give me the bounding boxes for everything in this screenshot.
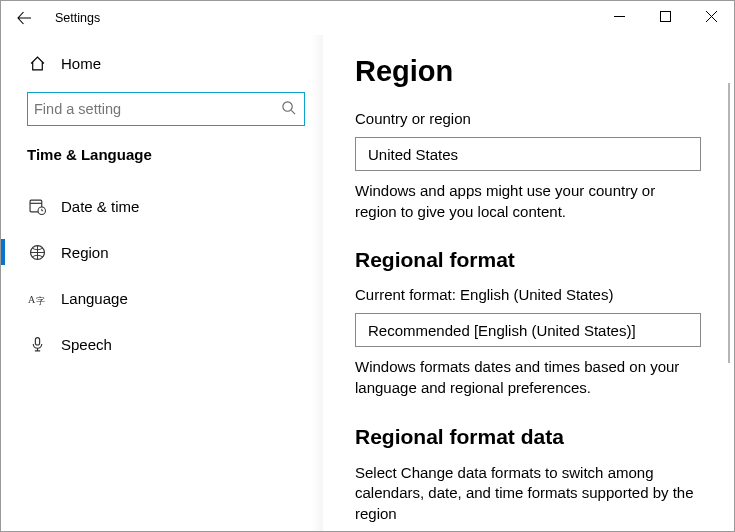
format-data-description: Select Change data formats to switch amo… <box>355 463 700 525</box>
svg-point-1 <box>283 101 292 110</box>
svg-text:A: A <box>28 293 36 304</box>
language-icon: A字 <box>27 290 47 307</box>
svg-rect-0 <box>660 11 670 21</box>
home-label: Home <box>61 55 101 72</box>
nav-item-label: Region <box>61 244 109 261</box>
sidebar: Home Time & Language Date & time Region … <box>1 35 323 531</box>
format-select[interactable]: Recommended [English (United States)] <box>355 313 701 347</box>
calendar-clock-icon <box>27 198 47 215</box>
nav-item-region[interactable]: Region <box>1 229 323 275</box>
country-description: Windows and apps might use your country … <box>355 181 700 222</box>
microphone-icon <box>27 336 47 353</box>
home-nav[interactable]: Home <box>1 45 323 82</box>
nav-item-label: Speech <box>61 336 112 353</box>
format-value: Recommended [English (United States)] <box>368 322 636 339</box>
nav-item-speech[interactable]: Speech <box>1 321 323 367</box>
minimize-button[interactable] <box>596 1 642 31</box>
svg-rect-7 <box>35 337 39 344</box>
main-content: Region Country or region United States W… <box>323 35 734 531</box>
category-header: Time & Language <box>1 146 323 183</box>
country-label: Country or region <box>355 110 716 127</box>
country-select[interactable]: United States <box>355 137 701 171</box>
maximize-icon <box>660 11 671 22</box>
nav-item-label: Language <box>61 290 128 307</box>
scrollbar[interactable] <box>728 83 730 363</box>
current-format-label: Current format: English (United States) <box>355 286 716 303</box>
search-icon <box>281 100 296 119</box>
format-description: Windows formats dates and times based on… <box>355 357 700 398</box>
globe-icon <box>27 244 47 261</box>
minimize-icon <box>614 11 625 22</box>
window-controls <box>596 1 734 31</box>
regional-format-heading: Regional format <box>355 248 716 272</box>
close-icon <box>706 11 717 22</box>
window-title: Settings <box>55 11 100 25</box>
search-box[interactable] <box>27 92 305 126</box>
nav-item-label: Date & time <box>61 198 139 215</box>
svg-text:字: 字 <box>36 295 45 305</box>
regional-format-data-heading: Regional format data <box>355 425 716 449</box>
titlebar: Settings <box>1 1 734 35</box>
nav-item-language[interactable]: A字 Language <box>1 275 323 321</box>
maximize-button[interactable] <box>642 1 688 31</box>
nav-item-date-time[interactable]: Date & time <box>1 183 323 229</box>
back-button[interactable] <box>1 1 47 35</box>
home-icon <box>27 55 47 72</box>
close-button[interactable] <box>688 1 734 31</box>
search-input[interactable] <box>34 101 281 117</box>
page-title: Region <box>355 55 716 88</box>
arrow-left-icon <box>16 10 32 26</box>
country-value: United States <box>368 146 458 163</box>
